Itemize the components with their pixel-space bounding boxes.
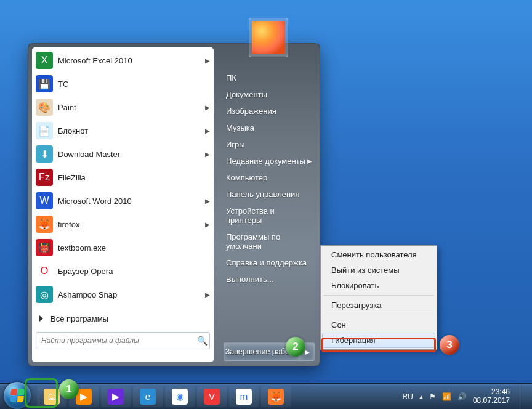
places-item[interactable]: Музыка bbox=[222, 119, 316, 136]
taskbar-button-firefox[interactable]: 🦊 bbox=[261, 386, 291, 407]
annotation-ring-3 bbox=[321, 338, 436, 352]
program-icon: 🎨 bbox=[36, 99, 53, 116]
taskbar-button-vivaldi[interactable]: V bbox=[197, 386, 227, 407]
program-item[interactable]: WMicrosoft Word 2010▶ bbox=[33, 189, 212, 213]
media-icon: ▶ bbox=[108, 389, 124, 405]
taskbar-button-ie[interactable]: e bbox=[133, 386, 163, 407]
program-item[interactable]: 👹textboom.exe bbox=[33, 236, 212, 259]
power-options-menu: Сменить пользователяВыйти из системыБлок… bbox=[320, 245, 437, 350]
places-item[interactable]: Изображения bbox=[222, 103, 316, 119]
program-label: Браузер Opera bbox=[58, 267, 113, 276]
program-item[interactable]: 🎨Paint▶ bbox=[33, 95, 212, 119]
program-icon: O bbox=[36, 262, 53, 280]
program-label: FileZilla bbox=[58, 173, 86, 182]
system-tray: RU ▴ ⚑ 📶 🔊 23:46 08.07.2017 bbox=[403, 384, 528, 410]
firefox-icon: 🦊 bbox=[268, 389, 284, 405]
chevron-right-icon: ▶ bbox=[205, 151, 210, 158]
action-center-icon[interactable]: ⚑ bbox=[429, 392, 436, 401]
program-item[interactable]: 📄Блокнот▶ bbox=[33, 119, 212, 142]
volume-icon[interactable]: 🔊 bbox=[457, 392, 467, 401]
chevron-right-icon: ▶ bbox=[205, 57, 210, 64]
programs-pane: XMicrosoft Excel 2010▶💾TC🎨Paint▶📄Блокнот… bbox=[32, 47, 214, 362]
ie-icon: e bbox=[140, 389, 156, 405]
windows-logo-icon bbox=[10, 389, 25, 402]
program-icon: 💾 bbox=[36, 75, 53, 92]
program-item[interactable]: XMicrosoft Excel 2010▶ bbox=[33, 49, 212, 72]
chrome-icon: ◉ bbox=[172, 389, 188, 405]
chevron-right-icon: ▶ bbox=[205, 128, 210, 134]
chevron-right-icon: ▶ bbox=[205, 104, 210, 111]
program-icon: ⬇ bbox=[36, 145, 53, 163]
program-label: firefox bbox=[58, 220, 79, 229]
chevron-right-icon: ▶ bbox=[307, 158, 312, 164]
maxthon-icon: m bbox=[236, 389, 252, 405]
places-item[interactable]: Игры bbox=[222, 136, 316, 153]
user-avatar[interactable] bbox=[252, 21, 285, 54]
program-icon: ◎ bbox=[36, 286, 53, 303]
show-desktop-button[interactable] bbox=[520, 384, 526, 410]
places-item[interactable]: Программы по умолчани bbox=[222, 229, 316, 254]
programs-list: XMicrosoft Excel 2010▶💾TC🎨Paint▶📄Блокнот… bbox=[32, 47, 214, 306]
menu-separator bbox=[323, 295, 434, 296]
annotation-marker-2: 2 bbox=[286, 337, 305, 357]
places-item[interactable]: Недавние документы▶ bbox=[222, 153, 316, 169]
places-item[interactable]: Выполнить... bbox=[222, 271, 316, 288]
program-icon: 👹 bbox=[36, 239, 53, 256]
power-menu-item[interactable]: Перезагрузка bbox=[322, 298, 435, 313]
program-icon: 📄 bbox=[36, 122, 53, 139]
search-input[interactable] bbox=[36, 336, 195, 345]
chevron-right-icon: ▶ bbox=[205, 221, 210, 228]
chevron-right-icon: ▶ bbox=[205, 291, 210, 298]
program-item[interactable]: 💾TC bbox=[33, 72, 212, 95]
start-menu: XMicrosoft Excel 2010▶💾TC🎨Paint▶📄Блокнот… bbox=[28, 43, 320, 366]
program-item[interactable]: OБраузер Opera bbox=[33, 259, 212, 283]
clock[interactable]: 23:46 08.07.2017 bbox=[473, 388, 510, 405]
program-label: Ashampoo Snap bbox=[58, 290, 117, 299]
places-item[interactable]: Документы bbox=[222, 86, 316, 103]
annotation-ring-1 bbox=[25, 378, 58, 408]
places-pane: ПК ДокументыИзображенияМузыкаИгрыНедавни… bbox=[217, 44, 320, 366]
places-item[interactable]: Устройства и принтеры bbox=[222, 203, 316, 229]
all-programs[interactable]: Все программы bbox=[34, 309, 211, 328]
program-item[interactable]: ◎Ashampoo Snap▶ bbox=[33, 283, 212, 306]
triangle-icon bbox=[39, 315, 43, 322]
taskbar-button-media[interactable]: ▶ bbox=[101, 386, 131, 407]
program-item[interactable]: FzFileZilla bbox=[33, 166, 212, 189]
places-item[interactable]: Панель управления bbox=[222, 186, 316, 203]
power-menu-item[interactable]: Сон bbox=[322, 317, 435, 333]
power-menu-item[interactable]: Выйти из системы bbox=[322, 262, 435, 278]
program-icon: X bbox=[36, 52, 53, 69]
power-menu-item[interactable]: Сменить пользователя bbox=[322, 247, 435, 262]
program-icon: W bbox=[36, 192, 53, 209]
program-label: Microsoft Word 2010 bbox=[58, 196, 132, 206]
program-label: Download Master bbox=[58, 150, 120, 159]
tray-chevron-icon[interactable]: ▴ bbox=[419, 392, 423, 401]
search-icon: 🔍 bbox=[195, 336, 209, 346]
network-icon[interactable]: 📶 bbox=[442, 392, 451, 401]
menu-separator bbox=[323, 315, 434, 315]
program-label: Paint bbox=[58, 103, 76, 112]
chevron-right-icon: ▶ bbox=[205, 198, 210, 204]
places-item[interactable]: Компьютер bbox=[222, 169, 316, 186]
language-indicator[interactable]: RU bbox=[403, 392, 413, 401]
taskbar: 🗂▶▶e◉Vm🦊 RU ▴ ⚑ 📶 🔊 23:46 08.07.2017 bbox=[0, 383, 532, 409]
vivaldi-icon: V bbox=[204, 389, 220, 405]
program-icon: 🦊 bbox=[36, 216, 53, 233]
places-item[interactable]: Справка и поддержка bbox=[222, 254, 316, 271]
power-menu-item[interactable]: Блокировать bbox=[322, 278, 435, 293]
annotation-marker-1: 1 bbox=[59, 379, 79, 399]
program-label: Блокнот bbox=[58, 126, 88, 136]
program-label: TC bbox=[58, 79, 68, 89]
search-box[interactable]: 🔍 bbox=[36, 332, 210, 349]
taskbar-button-chrome[interactable]: ◉ bbox=[165, 386, 195, 407]
user-avatar-frame bbox=[249, 18, 288, 57]
program-item[interactable]: ⬇Download Master▶ bbox=[33, 142, 212, 166]
annotation-marker-3: 3 bbox=[440, 335, 459, 355]
program-icon: Fz bbox=[36, 169, 53, 186]
user-name[interactable]: ПК bbox=[222, 70, 316, 86]
program-label: textboom.exe bbox=[58, 243, 106, 253]
taskbar-button-maxthon[interactable]: m bbox=[229, 386, 259, 407]
all-programs-label: Все программы bbox=[50, 314, 108, 323]
program-item[interactable]: 🦊firefox▶ bbox=[33, 213, 212, 236]
program-label: Microsoft Excel 2010 bbox=[58, 56, 132, 65]
